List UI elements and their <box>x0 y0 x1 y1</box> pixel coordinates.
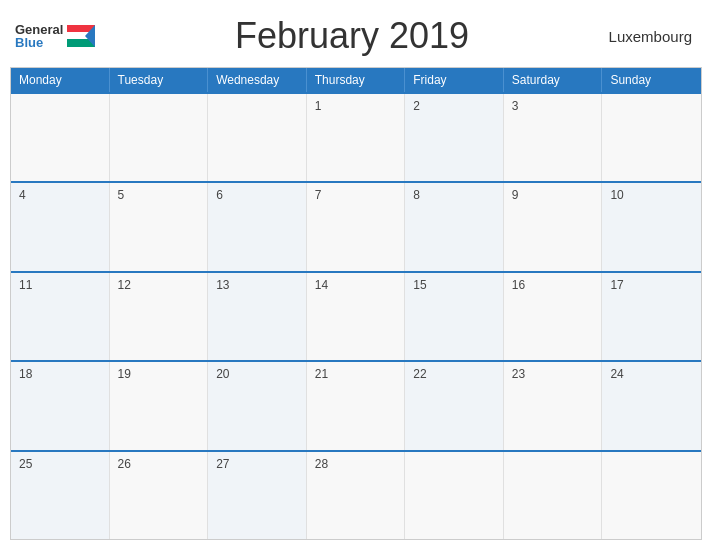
weeks-container: 1 2 3 4 5 6 7 8 9 10 11 12 13 14 15 <box>11 92 701 539</box>
day-cell <box>602 452 701 539</box>
day-cell-25: 25 <box>11 452 110 539</box>
day-cell-11: 11 <box>11 273 110 360</box>
day-cell-10: 10 <box>602 183 701 270</box>
day-cell-4: 4 <box>11 183 110 270</box>
day-cell <box>110 94 209 181</box>
week-row-2: 4 5 6 7 8 9 10 <box>11 181 701 270</box>
day-cell-27: 27 <box>208 452 307 539</box>
day-cell-5: 5 <box>110 183 209 270</box>
header-wednesday: Wednesday <box>208 68 307 92</box>
day-cell-21: 21 <box>307 362 406 449</box>
day-cell-18: 18 <box>11 362 110 449</box>
day-cell <box>11 94 110 181</box>
week-row-4: 18 19 20 21 22 23 24 <box>11 360 701 449</box>
day-cell <box>504 452 603 539</box>
header-monday: Monday <box>11 68 110 92</box>
week-row-1: 1 2 3 <box>11 92 701 181</box>
day-cell-20: 20 <box>208 362 307 449</box>
day-cell-1: 1 <box>307 94 406 181</box>
day-cell-9: 9 <box>504 183 603 270</box>
header-saturday: Saturday <box>504 68 603 92</box>
day-cell-3: 3 <box>504 94 603 181</box>
day-cell-24: 24 <box>602 362 701 449</box>
day-cell-28: 28 <box>307 452 406 539</box>
calendar-grid: Monday Tuesday Wednesday Thursday Friday… <box>10 67 702 540</box>
day-cell-23: 23 <box>504 362 603 449</box>
day-cell <box>602 94 701 181</box>
day-cell-13: 13 <box>208 273 307 360</box>
header-sunday: Sunday <box>602 68 701 92</box>
header-tuesday: Tuesday <box>110 68 209 92</box>
logo-blue: Blue <box>15 36 63 49</box>
day-cell-14: 14 <box>307 273 406 360</box>
day-cell-26: 26 <box>110 452 209 539</box>
day-cell <box>405 452 504 539</box>
header: General Blue February 2019 Luxembourg <box>10 10 702 62</box>
day-cell-22: 22 <box>405 362 504 449</box>
day-cell-2: 2 <box>405 94 504 181</box>
logo: General Blue <box>15 23 95 49</box>
header-thursday: Thursday <box>307 68 406 92</box>
header-friday: Friday <box>405 68 504 92</box>
day-cell-12: 12 <box>110 273 209 360</box>
day-cell-15: 15 <box>405 273 504 360</box>
day-cell-16: 16 <box>504 273 603 360</box>
country-label: Luxembourg <box>609 28 692 45</box>
day-headers-row: Monday Tuesday Wednesday Thursday Friday… <box>11 68 701 92</box>
logo-text: General Blue <box>15 23 63 49</box>
day-cell <box>208 94 307 181</box>
day-cell-19: 19 <box>110 362 209 449</box>
week-row-3: 11 12 13 14 15 16 17 <box>11 271 701 360</box>
day-cell-8: 8 <box>405 183 504 270</box>
week-row-5: 25 26 27 28 <box>11 450 701 539</box>
page-title: February 2019 <box>235 15 469 57</box>
calendar-page: General Blue February 2019 Luxembourg Mo… <box>0 0 712 550</box>
day-cell-6: 6 <box>208 183 307 270</box>
logo-flag-icon <box>67 25 95 47</box>
day-cell-17: 17 <box>602 273 701 360</box>
day-cell-7: 7 <box>307 183 406 270</box>
